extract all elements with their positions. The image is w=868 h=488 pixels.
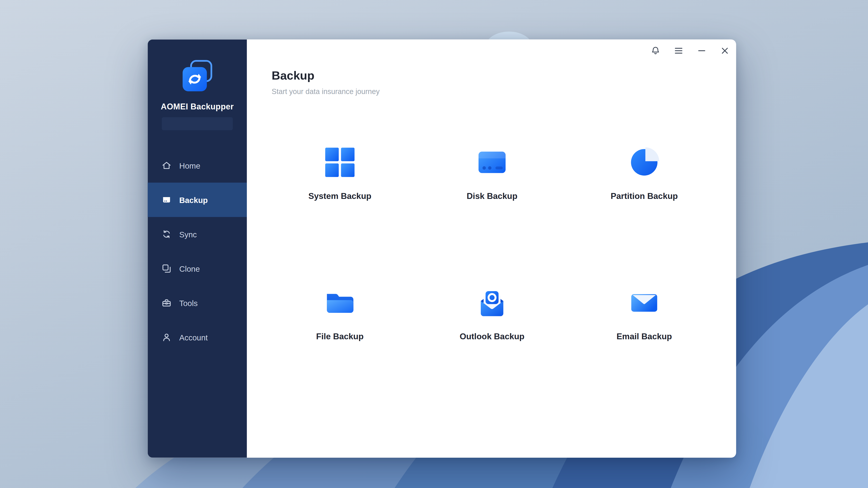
notifications-button[interactable]: [650, 45, 660, 56]
email-backup-icon: [628, 287, 660, 318]
tile-label: File Backup: [316, 331, 364, 342]
app-logo-icon: [179, 60, 215, 95]
tile-partition-backup[interactable]: Partition Backup: [568, 147, 720, 202]
sync-icon: [161, 229, 172, 239]
partition-backup-icon: [628, 147, 660, 178]
bell-icon: [650, 45, 660, 56]
brand-banner: [162, 117, 233, 130]
sidebar-item-label: Home: [179, 161, 200, 170]
tile-system-backup[interactable]: System Backup: [264, 147, 416, 202]
sidebar-item-sync[interactable]: Sync: [148, 217, 247, 251]
account-icon: [161, 332, 172, 343]
sidebar-nav: Home Backup: [148, 148, 247, 355]
home-icon: [161, 160, 172, 171]
tile-label: System Backup: [308, 190, 371, 202]
outlook-backup-icon: [476, 287, 508, 318]
tile-disk-backup[interactable]: Disk Backup: [416, 147, 568, 202]
file-backup-icon: [324, 287, 356, 318]
system-backup-icon: [324, 147, 356, 178]
app-window: AOMEI Backupper Home: [148, 39, 736, 458]
tile-email-backup[interactable]: Email Backup: [568, 287, 720, 342]
desktop: AOMEI Backupper Home: [0, 0, 868, 488]
minimize-button[interactable]: [697, 45, 707, 56]
page-subtitle: Start your data insurance journey: [272, 87, 380, 96]
minimize-icon: [697, 45, 707, 56]
brand: AOMEI Backupper: [148, 39, 247, 130]
sidebar-item-label: Backup: [179, 195, 208, 204]
menu-icon: [674, 45, 684, 56]
backup-icon: [161, 194, 172, 205]
close-button[interactable]: [720, 45, 730, 56]
tile-label: Partition Backup: [611, 190, 678, 202]
tile-label: Email Backup: [616, 331, 672, 342]
sidebar-item-label: Sync: [179, 230, 197, 239]
sidebar-item-tools[interactable]: Tools: [148, 286, 247, 320]
clone-icon: [161, 263, 172, 274]
tile-label: Outlook Backup: [460, 331, 524, 342]
titlebar: [638, 39, 736, 62]
brand-name: AOMEI Backupper: [148, 101, 247, 112]
tile-label: Disk Backup: [467, 190, 518, 202]
main-content: Backup Start your data insurance journey: [247, 39, 736, 458]
sidebar-item-label: Tools: [179, 298, 198, 307]
sidebar-item-label: Clone: [179, 264, 200, 273]
tile-outlook-backup[interactable]: Outlook Backup: [416, 287, 568, 342]
sidebar-item-home[interactable]: Home: [148, 148, 247, 183]
disk-backup-icon: [476, 147, 508, 178]
sidebar-item-clone[interactable]: Clone: [148, 251, 247, 286]
sidebar-item-account[interactable]: Account: [148, 320, 247, 355]
sidebar-item-backup[interactable]: Backup: [148, 183, 247, 217]
tools-icon: [161, 298, 172, 308]
tile-file-backup[interactable]: File Backup: [264, 287, 416, 342]
page-title: Backup: [272, 68, 314, 83]
backup-tiles-grid: System Backup: [264, 147, 720, 342]
sidebar-item-label: Account: [179, 333, 208, 342]
close-icon: [720, 45, 730, 56]
sidebar: AOMEI Backupper Home: [148, 39, 247, 458]
menu-button[interactable]: [674, 45, 684, 56]
